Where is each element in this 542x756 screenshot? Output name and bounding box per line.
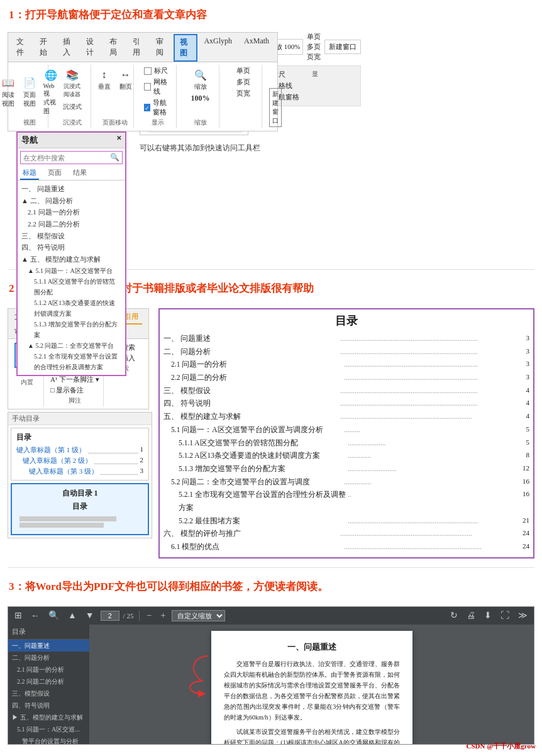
section3-content: ⊞ ← 🔍 ▲ ▼ / 25 − + 自定义缩放 75% 100% 125% ↻… bbox=[0, 601, 542, 750]
pdf-sidebar-item-0[interactable]: 一、问题重述 bbox=[8, 640, 89, 652]
views-group-label: 视图 bbox=[23, 118, 36, 127]
tab-file[interactable]: 文件 bbox=[11, 34, 33, 62]
toc-item-6: 五、 模型的建立与求解 ............................… bbox=[163, 410, 529, 423]
toc-item-11: 5.2 问题二：全市交巡警平台的设置与调度 ............... 16 bbox=[163, 475, 529, 489]
pdf-sidebar-item-1[interactable]: 二、问题分析 bbox=[8, 652, 89, 664]
read-icon: 📖 bbox=[1, 75, 16, 91]
nav-item-4[interactable]: 三、 模型假设 bbox=[21, 230, 121, 242]
checkbox-nav[interactable]: 导航窗格 bbox=[144, 98, 171, 117]
pdf-rotate-btn[interactable]: ↻ bbox=[448, 609, 460, 622]
nav-item-3[interactable]: 2.2 问题二的分析 bbox=[21, 218, 121, 230]
pdf-page: 一、问题重述 交巡警平台是履行行政执法、治安管理、交通管理、服务群众四大职能有机… bbox=[211, 631, 412, 744]
pdf-grid-btn[interactable]: ⊞ bbox=[12, 609, 25, 622]
nav-item-11[interactable]: ▲ 5.2 问题二：全市交巡警平台 bbox=[21, 340, 121, 351]
next-footnote-btn[interactable]: A¹ 下一条脚注 ▾ bbox=[50, 375, 99, 384]
nav-checkbox[interactable] bbox=[144, 104, 150, 111]
nav-close-btn[interactable]: ✕ bbox=[116, 135, 121, 142]
pdf-expand-btn[interactable]: ⛶ bbox=[498, 609, 512, 622]
flip-icon: ↔ bbox=[118, 67, 133, 82]
toc-item-5: 四、 符号说明 ................................… bbox=[163, 397, 529, 410]
tab-axmath[interactable]: AxMath bbox=[238, 34, 275, 62]
ribbon-tabs-1: 文件 开始 插入 设计 布局 引用 审阅 视图 AxGlyph AxMath bbox=[8, 33, 277, 62]
pdf-page-title: 一、问题重述 bbox=[224, 641, 400, 654]
nav-tab-results[interactable]: 结果 bbox=[70, 167, 89, 180]
toc-item-8: 5.1.1 A区交巡警平台的管辖范围分配 ...................… bbox=[163, 436, 529, 450]
toc-auto-item: 自动目录 1 目录 bbox=[11, 483, 149, 535]
zoom-group-label: 缩放 bbox=[194, 118, 207, 127]
ribbon-group-show: 标尺 网格线 导航窗格 显示 bbox=[139, 65, 177, 128]
flip-btn[interactable]: ↔ 翻页 bbox=[116, 66, 135, 92]
toc-item-10: 5.1.3 增加交巡警平台的分配方案 .....................… bbox=[163, 462, 529, 475]
section1-content: 文件 开始 插入 设计 布局 引用 审阅 视图 AxGlyph AxMath bbox=[0, 27, 542, 265]
checkbox-grid[interactable]: 网格线 bbox=[144, 77, 171, 96]
nav-item-9[interactable]: 5.1.2 A区13条交通要道的快速封锁调度方案 bbox=[21, 297, 121, 319]
immersive-icons: 📚 沉浸式阅读器 bbox=[62, 66, 82, 100]
nav-search-bar[interactable]: 🔍 bbox=[20, 151, 123, 164]
nav-item-10[interactable]: 5.1.3 增加交巡警平台的分配方案 bbox=[21, 319, 121, 340]
pdf-back-btn[interactable]: ← bbox=[28, 609, 42, 622]
tab-insert[interactable]: 插入 bbox=[57, 34, 80, 62]
s1-row: 文件 开始 插入 设计 布局 引用 审阅 视图 AxGlyph AxMath bbox=[8, 32, 534, 260]
vertical-btn[interactable]: ↕ 垂直 bbox=[95, 66, 114, 92]
immersive-group-label: 沉浸式 bbox=[63, 118, 82, 127]
tab-review[interactable]: 审阅 bbox=[150, 34, 173, 62]
zoom-btn[interactable]: 🔍 缩放 bbox=[191, 66, 210, 92]
pdf-up-btn[interactable]: ▲ bbox=[65, 609, 79, 622]
nav-tab-headings[interactable]: 标题 bbox=[20, 167, 39, 180]
pdf-sidebar-item-7[interactable]: 5.1 问题一：A区交巡... bbox=[8, 723, 89, 735]
pdf-sidebar-item-6[interactable]: ▶ 五、模型的建立与求解 bbox=[8, 711, 89, 723]
checkbox-ruler[interactable]: 标尺 bbox=[144, 66, 171, 75]
nav-item-7[interactable]: ▲ 5.1 问题一：A区交巡警平台 bbox=[21, 265, 121, 276]
pdf-download-btn[interactable]: ⬇ bbox=[482, 609, 494, 622]
nav-item-0[interactable]: 一、 问题重述 bbox=[21, 183, 121, 195]
pdf-zoom-select[interactable]: 自定义缩放 75% 100% 125% bbox=[172, 610, 225, 621]
tab-ref[interactable]: 引用 bbox=[127, 34, 150, 62]
show-notes-btn[interactable]: □ 显示备注 bbox=[50, 386, 99, 395]
right-note: 可以右键将其添加到快速访问工具栏 bbox=[140, 140, 534, 156]
nav-tree: 一、 问题重述 ▲ 二、 问题分析 2.1 问题一的分析 2.2 问题二的分析 … bbox=[18, 181, 125, 375]
pdf-page-input[interactable] bbox=[101, 611, 119, 621]
manual-line-2: 键入章标题（第 2 级） 2 bbox=[16, 456, 143, 465]
zoom-icon: 🔍 bbox=[193, 67, 208, 82]
tab-design[interactable]: 设计 bbox=[80, 34, 103, 62]
pdf-zoom-plus-btn[interactable]: + bbox=[158, 609, 168, 622]
nav-item-1[interactable]: ▲ 二、 问题分析 bbox=[21, 195, 121, 207]
pdf-sidebar-item-2[interactable]: 2.1 问题一的分析 bbox=[8, 664, 89, 675]
immersive-reader-btn[interactable]: 📚 沉浸式阅读器 bbox=[62, 66, 82, 100]
new-window-btn[interactable]: 新建窗口 bbox=[267, 87, 284, 128]
nav-item-5[interactable]: 四、 符号说明 bbox=[21, 242, 121, 253]
tab-view[interactable]: 视图 bbox=[174, 34, 197, 62]
immersive-btn[interactable]: 沉浸式 bbox=[61, 101, 84, 113]
pdf-toolbar: ⊞ ← 🔍 ▲ ▼ / 25 − + 自定义缩放 75% 100% 125% ↻… bbox=[8, 607, 534, 625]
new-window-btn-right[interactable]: 新建窗口 bbox=[324, 40, 361, 54]
pdf-zoom-out-btn[interactable]: − bbox=[145, 609, 155, 622]
nav-search-input[interactable] bbox=[23, 154, 110, 162]
nav-tab-pages[interactable]: 页面 bbox=[45, 167, 64, 180]
grid-checkbox[interactable] bbox=[144, 83, 151, 91]
nav-item-2[interactable]: 2.1 问题一的分析 bbox=[21, 206, 121, 218]
pdf-print-btn[interactable]: 🖨 bbox=[464, 609, 478, 622]
pdf-page-text-1: 交巡警平台是履行行政执法、治安管理、交通管理、服务群众四大职能有机融合的新型防控… bbox=[224, 659, 400, 723]
nav-item-6[interactable]: ▲ 五、 模型的建立与求解 bbox=[21, 253, 121, 265]
view-page-btn[interactable]: 📄 页面视图 bbox=[20, 74, 39, 109]
zoom100-btn[interactable]: 100% bbox=[189, 92, 212, 104]
toc-item-2: 2.1 问题一的分析 .............................… bbox=[163, 358, 529, 371]
tab-layout[interactable]: 布局 bbox=[104, 34, 126, 62]
view-read-btn[interactable]: 📖 阅读视图 bbox=[0, 74, 18, 109]
pdf-sidebar-item-4[interactable]: 三、模型假设 bbox=[8, 687, 89, 699]
tab-axglyph[interactable]: AxGlyph bbox=[198, 34, 238, 62]
pdf-down-btn[interactable]: ▼ bbox=[83, 609, 97, 622]
pdf-sidebar-item-5[interactable]: 四、符号说明 bbox=[8, 699, 89, 711]
pdf-body: 目录 一、问题重述 二、问题分析 2.1 问题一的分析 2.2 问题二的分析 三… bbox=[8, 625, 534, 744]
ruler-checkbox[interactable] bbox=[144, 67, 152, 75]
pdf-sidebar-header: 目录 bbox=[8, 625, 89, 640]
nav-item-12[interactable]: 5.2.1 全市现有交巡警平台设置的合理性分析及调整方案 bbox=[21, 351, 121, 372]
pdf-sidebar-item-8[interactable]: 警平台的设置与分析 bbox=[8, 735, 89, 744]
pdf-search-btn[interactable]: 🔍 bbox=[46, 609, 62, 622]
pdf-more-btn[interactable]: ≫ bbox=[516, 609, 530, 622]
nav-item-8[interactable]: 5.1.1 A区交巡警平台的管辖范围分配 bbox=[21, 276, 121, 297]
toc-dropdown-header: 手动目录 bbox=[8, 413, 152, 425]
s2-toc-right: 目录 一、 问题重述 .............................… bbox=[158, 308, 534, 559]
pdf-sidebar-item-3[interactable]: 2.2 问题二的分析 bbox=[8, 675, 89, 687]
tab-start[interactable]: 开始 bbox=[34, 34, 57, 62]
